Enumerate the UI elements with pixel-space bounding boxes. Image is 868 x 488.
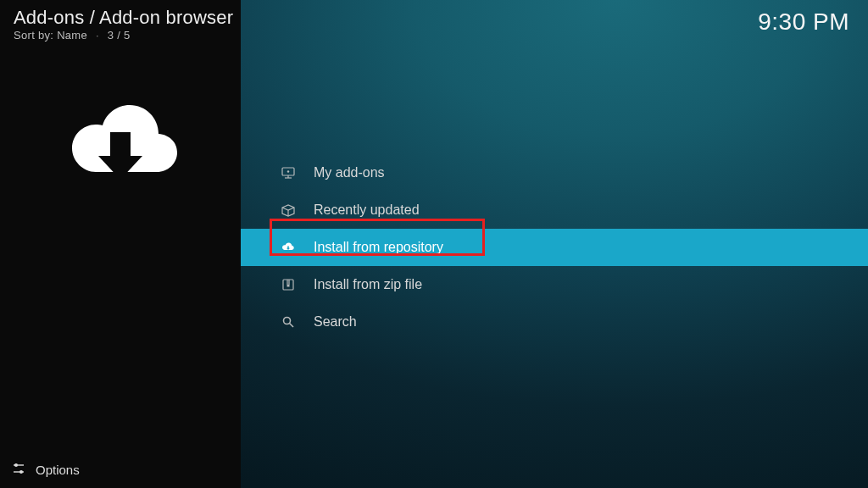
menu-item-install-from-repository[interactable]: Install from repository (241, 229, 868, 266)
svg-line-13 (290, 324, 294, 328)
svg-rect-11 (287, 285, 290, 287)
sidebar: Add-ons / Add-on browser Sort by: Name ·… (0, 0, 241, 488)
svg-point-7 (287, 170, 289, 172)
sort-prefix: Sort by: (14, 29, 53, 42)
svg-point-12 (284, 318, 291, 324)
zip-file-icon (280, 276, 297, 293)
menu-item-label: Install from repository (314, 240, 443, 255)
menu-item-label: My add-ons (314, 165, 385, 180)
sort-line: Sort by: Name · 3 / 5 (14, 29, 131, 42)
menu-item-install-from-zip[interactable]: Install from zip file (241, 266, 868, 303)
menu-item-recently-updated[interactable]: Recently updated (241, 191, 868, 229)
main-panel: 9:30 PM My add-ons (241, 0, 868, 488)
clock: 9:30 PM (758, 8, 849, 36)
menu-item-label: Search (314, 314, 357, 330)
breadcrumb: Add-ons / Add-on browser (14, 7, 233, 29)
svg-point-2 (14, 463, 18, 467)
menu-item-label: Recently updated (314, 202, 420, 218)
menu-item-my-addons[interactable]: My add-ons (241, 154, 868, 191)
sort-value: Name (57, 29, 87, 42)
sort-position: 3 / 5 (108, 29, 131, 42)
cloud-down-icon (280, 239, 297, 256)
screen: Add-ons / Add-on browser Sort by: Name ·… (0, 0, 868, 488)
options-button[interactable]: Options (12, 462, 80, 478)
monitor-icon (280, 164, 297, 181)
sliders-icon (12, 462, 25, 478)
svg-point-3 (19, 470, 23, 474)
options-label: Options (36, 463, 80, 477)
sort-separator: · (96, 29, 99, 42)
open-box-icon (280, 202, 297, 219)
download-cloud-icon (57, 92, 184, 193)
search-icon (280, 313, 297, 330)
menu-list: My add-ons Recently updated (241, 154, 868, 341)
menu-item-label: Install from zip file (314, 277, 422, 292)
menu-item-search[interactable]: Search (241, 303, 868, 341)
